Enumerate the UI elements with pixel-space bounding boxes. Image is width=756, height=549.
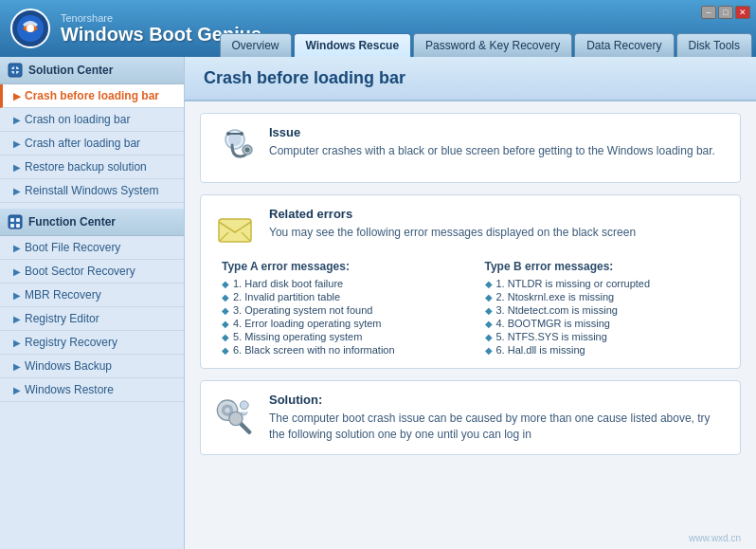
sidebar-item-windows-restore[interactable]: ▶ Windows Restore [0,378,184,402]
diamond-icon: ◆ [485,345,493,356]
sidebar-item-boot-file[interactable]: ▶ Boot File Recovery [0,236,184,260]
errors-subtext: You may see the following error messages… [269,225,636,241]
svg-point-24 [225,408,229,412]
sidebar-item-reinstall-windows[interactable]: ▶ Reinstall Windows System [0,179,184,203]
svg-point-26 [240,401,248,410]
diamond-icon: ◆ [485,292,493,302]
error-b-6: ◆6. Hal.dll is missing [485,343,729,357]
tab-data-recovery[interactable]: Data Recovery [574,33,674,57]
app-vendor: Tenorshare [61,12,261,24]
tab-disk-tools[interactable]: Disk Tools [676,33,752,57]
tab-password-recovery[interactable]: Password & Key Recovery [413,33,572,57]
error-a-2: ◆2. Invalid partition table [222,290,466,303]
arrow-icon-windows-restore: ▶ [13,385,21,395]
tab-overview[interactable]: Overview [220,33,292,57]
diamond-icon: ◆ [222,345,229,356]
wrench-icon [212,393,258,438]
error-b-1: ◆1. NTLDR is missing or corrupted [485,277,729,290]
function-center-label: Function Center [28,215,116,229]
error-a-1: ◆1. Hard disk boot failure [222,277,466,290]
sidebar-item-registry-editor[interactable]: ▶ Registry Editor [0,307,184,331]
sidebar-label-registry-editor: Registry Editor [25,312,99,325]
content-header: Crash before loading bar [185,57,756,101]
sidebar: Solution Center ▶ Crash before loading b… [0,57,185,549]
arrow-icon-boot-sector: ▶ [13,266,21,277]
issue-heading: Issue [269,125,729,139]
sidebar-label-boot-file: Boot File Recovery [25,241,120,254]
close-button[interactable]: ✕ [735,6,750,19]
tab-windows-rescue[interactable]: Windows Rescue [294,33,412,57]
sidebar-item-crash-on[interactable]: ▶ Crash on loading bar [0,108,184,132]
error-a-3: ◆3. Operating system not found [222,303,466,317]
svg-rect-9 [16,218,20,222]
app-logo [9,8,51,49]
sidebar-item-boot-sector[interactable]: ▶ Boot Sector Recovery [0,260,184,284]
maximize-button[interactable]: □ [718,6,733,19]
solution-card-content: Solution: The computer boot crash issue … [269,393,729,443]
sidebar-item-windows-backup[interactable]: ▶ Windows Backup [0,355,184,378]
error-a-4: ◆4. Error loading operating sytem [222,317,466,330]
solution-heading: Solution: [269,393,729,407]
title-bar: Tenorshare Windows Boot Genius Overview … [0,0,756,57]
solution-center-icon [8,63,23,78]
svg-rect-19 [219,219,251,242]
stethoscope-icon [212,125,258,171]
arrow-icon-registry-recovery: ▶ [13,338,21,348]
solution-text: The computer boot crash issue can be cau… [269,411,729,443]
svg-point-18 [240,132,243,136]
nav-tabs: Overview Windows Rescue Password & Key R… [220,33,757,57]
sidebar-label-reinstall: Reinstall Windows System [25,184,158,197]
content-area: Crash before loading bar [185,57,756,549]
sidebar-item-restore-backup[interactable]: ▶ Restore backup solution [0,156,184,179]
issue-card-content: Issue Computer crashes with a black or b… [269,125,729,159]
sidebar-label-crash-before: Crash before loading bar [25,89,159,102]
svg-point-15 [245,148,250,153]
svg-point-13 [228,133,242,146]
svg-rect-10 [10,224,14,228]
sidebar-item-mbr[interactable]: ▶ MBR Recovery [0,284,184,307]
sidebar-label-windows-restore: Windows Restore [25,383,114,396]
type-b-header: Type B error messages: [485,260,729,273]
issue-text: Computer crashes with a black or blue sc… [269,143,729,159]
error-a-6: ◆6. Black screen with no information [222,343,466,357]
sidebar-item-crash-after[interactable]: ▶ Crash after loading bar [0,132,184,156]
minimize-button[interactable]: – [701,6,716,19]
sidebar-label-crash-after: Crash after loading bar [25,137,140,150]
errors-heading: Related errors [269,207,636,221]
sidebar-label-crash-on: Crash on loading bar [25,113,130,126]
arrow-icon-crash-after: ▶ [13,138,21,149]
envelope-icon [212,207,258,252]
diamond-icon: ◆ [485,279,493,289]
svg-rect-8 [10,218,14,222]
errors-columns: Type A error messages: ◆1. Hard disk boo… [212,260,729,357]
window-controls: – □ ✕ [701,6,750,19]
type-a-header: Type A error messages: [222,260,466,273]
type-a-column: Type A error messages: ◆1. Hard disk boo… [222,260,466,357]
errors-header: Related errors You may see the following… [212,207,729,252]
svg-point-25 [229,412,243,425]
diamond-icon: ◆ [222,319,229,329]
sidebar-item-crash-before[interactable]: ▶ Crash before loading bar [0,84,184,108]
diamond-icon: ◆ [222,292,229,302]
sidebar-item-registry-recovery[interactable]: ▶ Registry Recovery [0,331,184,355]
error-b-3: ◆3. Ntdetect.com is missing [485,303,729,317]
sidebar-label-restore: Restore backup solution [25,160,147,174]
solution-center-header: Solution Center [0,57,184,84]
diamond-icon: ◆ [485,332,493,342]
error-b-5: ◆5. NTFS.SYS is missing [485,330,729,343]
svg-rect-6 [11,69,19,71]
related-errors-card: Related errors You may see the following… [200,194,741,369]
diamond-icon: ◆ [222,332,229,342]
arrow-icon-registry-editor: ▶ [13,314,21,324]
sidebar-label-boot-sector: Boot Sector Recovery [25,265,135,278]
type-b-column: Type B error messages: ◆1. NTLDR is miss… [485,260,729,357]
diamond-icon: ◆ [485,319,493,329]
diamond-icon: ◆ [222,279,229,289]
arrow-icon-mbr: ▶ [13,290,21,301]
arrow-icon-crash-on: ▶ [13,115,21,125]
arrow-icon-boot-file: ▶ [13,243,21,253]
error-b-4: ◆4. BOOTMGR is missing [485,317,729,330]
content-body: Issue Computer crashes with a black or b… [185,101,756,467]
svg-point-2 [27,25,34,32]
page-title: Crash before loading bar [204,68,737,88]
